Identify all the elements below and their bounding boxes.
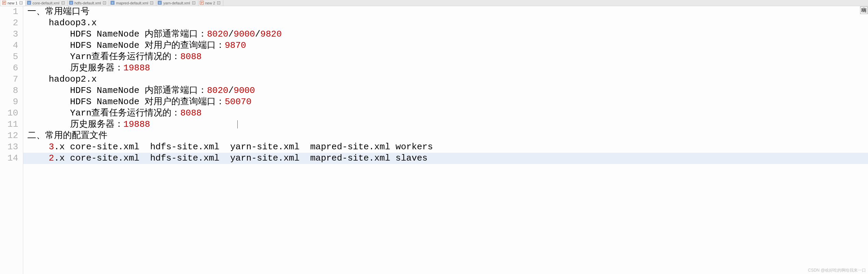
code-line[interactable]: 一、常用端口号: [23, 6, 868, 17]
number-token: 8020: [207, 29, 228, 39]
number-token: 8020: [207, 85, 228, 96]
code-line[interactable]: Yarn查看任务运行情况的：8088: [23, 51, 868, 63]
tab-mapred-default-xml[interactable]: xmapred-default.xml×: [109, 0, 156, 6]
number-token: 9000: [234, 85, 255, 96]
tab-label: mapred-default.xml: [116, 1, 148, 5]
svg-text:x: x: [70, 2, 72, 4]
text-token: 历史服务器：: [70, 119, 123, 129]
tab-new-1[interactable]: new 1×: [1, 0, 26, 6]
line-number: 14: [0, 153, 18, 164]
number-token: 2: [49, 153, 54, 163]
code-line[interactable]: HDFS NameNode 内部通常端口：8020/9000: [23, 85, 868, 96]
text-file-icon: [200, 1, 204, 5]
line-number: 10: [0, 108, 18, 119]
close-tab-icon[interactable]: ×: [103, 1, 106, 4]
number-token: 19888: [123, 63, 150, 73]
text-token: .x core-site.xml hdfs-site.xml yarn-site…: [54, 142, 433, 152]
close-tab-icon[interactable]: ×: [217, 1, 220, 4]
close-tab-icon[interactable]: ×: [150, 1, 153, 4]
line-number: 13: [0, 141, 18, 153]
text-token: HDFS NameNode 对用户的查询端口：: [70, 40, 225, 51]
code-content[interactable]: 幽 一、常用端口号 hadoop3.x HDFS NameNode 内部通常端口…: [23, 6, 868, 274]
code-line[interactable]: hadoop2.x: [23, 74, 868, 85]
line-number: 12: [0, 130, 18, 141]
line-number: 2: [0, 17, 18, 29]
text-token: .x core-site.xml hdfs-site.xml yarn-site…: [54, 153, 428, 163]
xml-file-icon: x: [110, 1, 115, 5]
code-line[interactable]: hadoop3.x: [23, 17, 868, 29]
xml-file-icon: x: [69, 1, 73, 5]
csdn-watermark: CSDN @啥好吃的啊给我来一口: [808, 268, 866, 273]
code-line[interactable]: HDFS NameNode 内部通常端口：8020/9000/9820: [23, 29, 868, 40]
line-number: 7: [0, 74, 18, 85]
text-token: /: [255, 29, 261, 39]
text-token: Yarn查看任务运行情况的：: [70, 52, 180, 62]
tab-core-default-xml[interactable]: xcore-default.xml×: [26, 0, 67, 6]
line-number: 6: [0, 63, 18, 74]
number-token: 8088: [180, 108, 201, 118]
xml-file-icon: x: [158, 1, 162, 5]
editor-area: 1234567891011121314 幽 一、常用端口号 hadoop3.x …: [0, 6, 868, 274]
tab-label: hdfs-default.xml: [75, 1, 101, 5]
line-number: 1: [0, 6, 18, 17]
text-token: HDFS NameNode 内部通常端口：: [70, 29, 207, 39]
tab-label: new 2: [205, 1, 215, 5]
text-token: HDFS NameNode 对用户的查询端口：: [70, 97, 225, 107]
tab-bar: new 1×xcore-default.xml×xhdfs-default.xm…: [0, 0, 868, 6]
text-token: Yarn查看任务运行情况的：: [70, 108, 180, 118]
code-line[interactable]: 历史服务器：19888: [23, 119, 868, 130]
text-token: hadoop3.x: [49, 18, 96, 28]
text-token: 历史服务器：: [70, 63, 123, 73]
code-line[interactable]: 2.x core-site.xml hdfs-site.xml yarn-sit…: [23, 153, 868, 164]
line-number: 11: [0, 119, 18, 130]
line-number: 3: [0, 29, 18, 40]
tab-new-2[interactable]: new 2×: [198, 0, 223, 6]
line-number: 4: [0, 40, 18, 51]
code-line[interactable]: 历史服务器：19888: [23, 63, 868, 74]
line-number-gutter: 1234567891011121314: [0, 6, 23, 274]
svg-text:x: x: [159, 2, 161, 4]
text-token: hadoop2.x: [49, 74, 96, 84]
text-caret: [237, 120, 238, 128]
tab-hdfs-default-xml[interactable]: xhdfs-default.xml×: [68, 0, 109, 6]
number-token: 19888: [123, 119, 150, 129]
wrap-indicator-icon: 幽: [860, 6, 868, 14]
svg-text:x: x: [29, 2, 30, 4]
tab-label: new 1: [8, 1, 17, 5]
line-number: 9: [0, 96, 18, 108]
code-line[interactable]: 二、常用的配置文件: [23, 130, 868, 141]
number-token: 9870: [225, 40, 246, 51]
xml-file-icon: x: [27, 1, 31, 5]
code-line[interactable]: HDFS NameNode 对用户的查询端口：9870: [23, 40, 868, 51]
line-number: 8: [0, 85, 18, 96]
text-token: HDFS NameNode 内部通常端口：: [70, 85, 207, 96]
tab-label: core-default.xml: [32, 1, 59, 5]
text-token: 二、常用的配置文件: [27, 131, 107, 141]
svg-text:x: x: [112, 2, 114, 4]
text-token: /: [228, 29, 234, 39]
text-file-icon: [2, 1, 6, 5]
close-tab-icon[interactable]: ×: [62, 1, 65, 4]
text-token: 一、常用端口号: [27, 6, 90, 17]
code-line[interactable]: 3.x core-site.xml hdfs-site.xml yarn-sit…: [23, 141, 868, 153]
code-line[interactable]: HDFS NameNode 对用户的查询端口：50070: [23, 96, 868, 108]
number-token: 9000: [234, 29, 255, 39]
number-token: 9820: [260, 29, 281, 39]
number-token: 8088: [180, 52, 201, 62]
tab-label: yarn-default.xml: [163, 1, 190, 5]
text-token: /: [228, 85, 234, 96]
code-line[interactable]: Yarn查看任务运行情况的：8088: [23, 108, 868, 119]
close-tab-icon[interactable]: ×: [19, 1, 23, 4]
close-tab-icon[interactable]: ×: [192, 1, 195, 4]
number-token: 50070: [225, 97, 251, 107]
line-number: 5: [0, 51, 18, 63]
number-token: 3: [49, 142, 54, 152]
tab-yarn-default-xml[interactable]: xyarn-default.xml×: [156, 0, 198, 6]
